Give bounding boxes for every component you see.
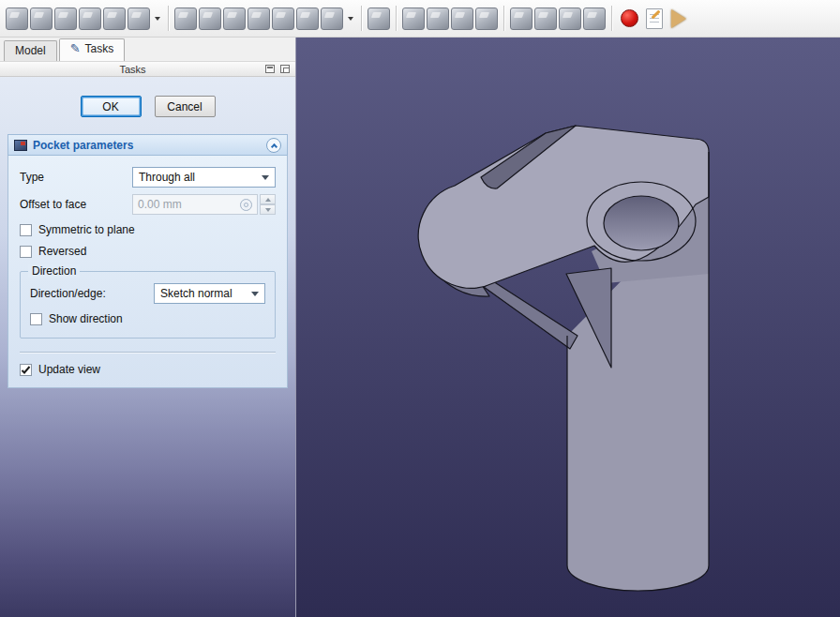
offset-spin-down[interactable] <box>260 204 276 215</box>
direction-edge-row: Direction/edge: Sketch normal <box>30 283 265 304</box>
offset-row: Offset to face 0.00 mm <box>20 194 276 215</box>
pen-icon: ✎ <box>70 44 81 53</box>
linear-pattern-icon[interactable] <box>534 8 557 30</box>
macro-tools-group <box>617 8 691 29</box>
tasks-titlebar: Tasks <box>0 61 295 77</box>
reversed-label: Reversed <box>38 245 86 258</box>
offset-label: Offset to face <box>20 198 132 211</box>
show-direction-row[interactable]: Show direction <box>30 312 265 325</box>
3d-scene <box>296 38 840 617</box>
subtractive-loft-icon[interactable] <box>248 8 270 30</box>
symmetric-checkbox[interactable] <box>20 224 32 236</box>
cancel-button[interactable]: Cancel <box>155 96 216 117</box>
show-direction-label: Show direction <box>49 312 123 325</box>
toolbar-separator <box>611 6 612 31</box>
update-view-label: Update view <box>38 363 100 376</box>
pocket-tool-icon[interactable] <box>174 8 197 30</box>
tab-model[interactable]: Model <box>4 40 57 61</box>
collapse-section-button[interactable] <box>266 138 281 153</box>
update-view-checkbox[interactable] <box>20 364 32 376</box>
chevron-up-icon <box>270 143 277 149</box>
reversed-row[interactable]: Reversed <box>20 245 276 258</box>
pocket-parameters-header[interactable]: Pocket parameters <box>8 134 288 156</box>
boolean-tools-group <box>367 8 391 30</box>
direction-edge-value: Sketch normal <box>160 287 232 300</box>
type-label: Type <box>20 171 132 184</box>
additive-pipe-icon[interactable] <box>79 8 101 30</box>
pocket-parameters-section: Pocket parameters Type Through all Offse… <box>8 134 288 388</box>
toolbar-separator <box>396 6 397 31</box>
checkmark-icon <box>21 365 31 375</box>
freecad-window: Model ✎ Tasks Tasks OK Cancel Pocket par… <box>0 0 840 617</box>
multitransform-icon[interactable] <box>583 8 606 30</box>
update-view-row[interactable]: Update view <box>20 363 276 376</box>
mirrored-icon[interactable] <box>510 8 532 30</box>
task-panel-column: Model ✎ Tasks Tasks OK Cancel Pocket par… <box>0 38 295 617</box>
tab-tasks-label: Tasks <box>85 42 114 55</box>
offset-value: 0.00 mm <box>138 198 182 211</box>
panel-tabbar: Model ✎ Tasks <box>0 38 295 61</box>
pocket-icon <box>14 140 27 151</box>
direction-edge-combobox[interactable]: Sketch normal <box>154 283 265 304</box>
toolbar-separator <box>168 6 169 31</box>
tasks-titlebar-title: Tasks <box>0 64 265 75</box>
draft-icon[interactable] <box>451 8 473 30</box>
type-combobox[interactable]: Through all <box>132 167 276 188</box>
toolbar-separator <box>503 6 504 31</box>
additive-tools-group <box>5 8 163 30</box>
thickness-icon[interactable] <box>475 8 498 30</box>
hole-icon[interactable] <box>199 8 221 30</box>
show-direction-checkbox[interactable] <box>30 313 42 325</box>
subtractive-tools-group <box>173 8 356 30</box>
execute-macro-icon[interactable] <box>671 9 686 28</box>
reversed-checkbox[interactable] <box>20 246 32 258</box>
bore-hole <box>604 196 679 250</box>
chamfer-icon[interactable] <box>427 8 449 30</box>
spin-up-icon <box>265 198 271 202</box>
dock-panel-icon[interactable] <box>265 65 275 73</box>
subtractive-pipe-icon[interactable] <box>272 8 294 30</box>
additive-primitive-icon[interactable] <box>128 8 150 30</box>
direction-edge-label: Direction/edge: <box>30 287 154 300</box>
offset-spin-up[interactable] <box>260 194 276 204</box>
additive-loft-icon[interactable] <box>54 8 77 30</box>
offset-spinner <box>260 194 276 215</box>
dropdown-arrow-icon <box>262 175 269 180</box>
tab-tasks[interactable]: ✎ Tasks <box>59 38 126 61</box>
tasks-panel: OK Cancel Pocket parameters Type Through… <box>0 77 295 617</box>
pad-icon[interactable] <box>6 8 28 30</box>
dropdown-arrow-icon <box>251 292 259 296</box>
direction-groupbox: Direction Direction/edge: Sketch normal <box>20 271 276 339</box>
boolean-operation-icon[interactable] <box>368 8 390 30</box>
additive-primitive-dropdown-icon[interactable] <box>152 8 162 30</box>
direction-group-label: Direction <box>28 264 80 278</box>
type-row: Type Through all <box>20 167 276 188</box>
symmetric-label: Symmetric to plane <box>38 223 135 236</box>
offset-input: 0.00 mm <box>132 194 258 215</box>
groove-icon[interactable] <box>223 8 246 30</box>
expression-icon[interactable] <box>240 199 252 211</box>
subtractive-helix-icon[interactable] <box>296 8 319 30</box>
additive-helix-icon[interactable] <box>103 8 126 30</box>
symmetric-row[interactable]: Symmetric to plane <box>20 223 276 236</box>
subtractive-primitive-dropdown-icon[interactable] <box>345 8 355 30</box>
pocket-parameters-title: Pocket parameters <box>33 139 261 152</box>
record-macro-icon[interactable] <box>621 9 638 27</box>
fillet-icon[interactable] <box>402 8 425 30</box>
transform-tools-group <box>509 8 607 30</box>
tab-model-label: Model <box>15 44 46 57</box>
dialog-buttons: OK Cancel <box>0 96 295 117</box>
subtractive-primitive-icon[interactable] <box>321 8 343 30</box>
polar-pattern-icon[interactable] <box>559 8 581 30</box>
type-combobox-value: Through all <box>139 171 195 184</box>
3d-viewport[interactable] <box>295 38 840 617</box>
macro-document-icon[interactable] <box>646 8 663 29</box>
dressup-tools-group <box>401 8 499 30</box>
revolve-icon[interactable] <box>30 8 52 30</box>
float-panel-icon[interactable] <box>280 65 290 73</box>
spin-down-icon <box>265 208 271 212</box>
toolbar-separator <box>361 6 362 31</box>
separator <box>20 352 276 354</box>
toolbar <box>0 0 840 38</box>
ok-button[interactable]: OK <box>81 96 142 117</box>
